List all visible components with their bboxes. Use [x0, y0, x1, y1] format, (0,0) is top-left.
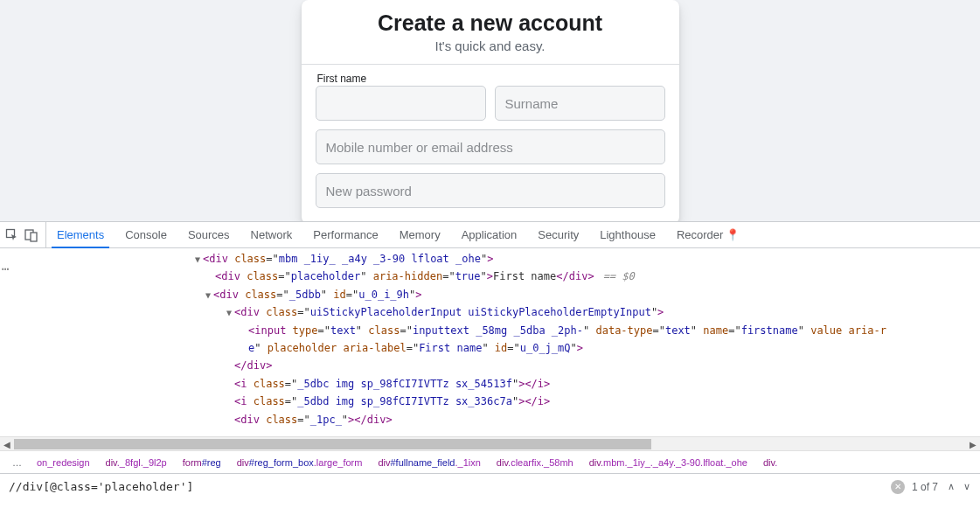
svg-rect-2: [31, 233, 37, 241]
breadcrumb-item-4[interactable]: div#reg_form_box.large_form: [229, 457, 371, 468]
scroll-left-icon[interactable]: ◀: [0, 437, 14, 451]
side-dots-icon: ⋯: [2, 264, 9, 273]
contact-input[interactable]: [316, 129, 665, 164]
breadcrumb-item-3[interactable]: form#reg: [175, 457, 229, 468]
search-input[interactable]: [5, 477, 891, 497]
page-upper-background: Create a new account It's quick and easy…: [0, 0, 980, 221]
signup-subtitle: It's quick and easy.: [316, 38, 665, 53]
dom-line-3[interactable]: ▼<div class="_5dbb" id="u_0_i_9h">: [192, 286, 980, 303]
device-toggle-icon[interactable]: [24, 228, 38, 242]
breadcrumb-item-7[interactable]: div.mbm._1iy_._a4y._3-90.lfloat._ohe: [581, 457, 755, 468]
search-next-icon[interactable]: ∨: [959, 479, 975, 495]
signup-card: Create a new account It's quick and easy…: [302, 0, 679, 221]
devtools-toolbar: Elements Console Sources Network Perform…: [0, 222, 980, 248]
tab-memory[interactable]: Memory: [389, 222, 451, 247]
search-prev-icon[interactable]: ∧: [943, 479, 959, 495]
tab-network[interactable]: Network: [240, 222, 303, 247]
password-input[interactable]: [316, 173, 665, 208]
tab-elements[interactable]: Elements: [46, 222, 115, 247]
tab-sources[interactable]: Sources: [177, 222, 240, 247]
breadcrumb-item-1[interactable]: on_redesign: [29, 457, 98, 468]
dom-line-2-selected[interactable]: <div class="placeholder" aria-hidden="tr…: [192, 268, 980, 285]
devtools-panel: Elements Console Sources Network Perform…: [0, 221, 980, 499]
dom-line-5b[interactable]: e" placeholder aria-label="First name" i…: [192, 339, 980, 357]
dom-line-6[interactable]: </div>: [192, 357, 980, 374]
card-body: First name: [302, 65, 679, 221]
devtools-elements-tree[interactable]: ⋯ ▼<div class="mbm _1iy_ _a4y _3-90 lflo…: [0, 248, 980, 436]
first-name-label: First name: [317, 73, 367, 85]
clear-search-icon[interactable]: ✕: [891, 480, 905, 494]
devtools-search-bar: ✕ 1 of 7 ∧ ∨: [0, 473, 980, 499]
tab-recorder[interactable]: Recorder📍: [666, 222, 750, 247]
breadcrumb-item-6[interactable]: div.clearfix._58mh: [489, 457, 581, 468]
breadcrumb-item-8[interactable]: div.: [755, 457, 785, 468]
signup-title: Create a new account: [316, 9, 665, 37]
dom-line-8[interactable]: <i class="_5dbd img sp_98fCI7IVTTz sx_33…: [192, 393, 980, 410]
scroll-right-icon[interactable]: ▶: [966, 437, 980, 451]
breadcrumb-item-5[interactable]: div#fullname_field._1ixn: [370, 457, 488, 468]
tab-security[interactable]: Security: [527, 222, 589, 247]
breadcrumb-dots-icon[interactable]: …: [5, 457, 29, 468]
scrollbar-thumb[interactable]: [14, 439, 651, 449]
dom-line-7[interactable]: <i class="_5dbc img sp_98fCI7IVTTz sx_54…: [192, 375, 980, 393]
tab-performance[interactable]: Performance: [302, 222, 388, 247]
card-header: Create a new account It's quick and easy…: [302, 0, 679, 65]
tab-application[interactable]: Application: [451, 222, 528, 247]
dom-line-9[interactable]: <div class="_1pc_"></div>: [192, 411, 980, 428]
horizontal-scrollbar[interactable]: ◀ ▶: [0, 436, 980, 450]
tab-lighthouse[interactable]: Lighthouse: [589, 222, 666, 247]
surname-field-wrap: [495, 86, 665, 121]
pin-icon: 📍: [726, 228, 740, 241]
breadcrumb-item-2[interactable]: div._8fgl._9l2p: [98, 457, 175, 468]
tab-console[interactable]: Console: [115, 222, 177, 247]
surname-input[interactable]: [495, 86, 665, 121]
search-result-count: 1 of 7: [912, 481, 938, 493]
dom-line-1[interactable]: ▼<div class="mbm _1iy_ _a4y _3-90 lfloat…: [192, 250, 980, 268]
first-name-field-wrap: First name: [316, 86, 486, 121]
dom-breadcrumb: … on_redesign div._8fgl._9l2p form#reg d…: [0, 450, 980, 473]
dom-line-5a[interactable]: <input type="text" class="inputtext _58m…: [192, 322, 980, 339]
first-name-input[interactable]: [316, 86, 486, 121]
dom-lines: ▼<div class="mbm _1iy_ _a4y _3-90 lfloat…: [0, 248, 980, 428]
dom-line-4[interactable]: ▼<div class="uiStickyPlaceholderInput ui…: [192, 303, 980, 321]
inspect-element-icon[interactable]: [5, 228, 19, 242]
